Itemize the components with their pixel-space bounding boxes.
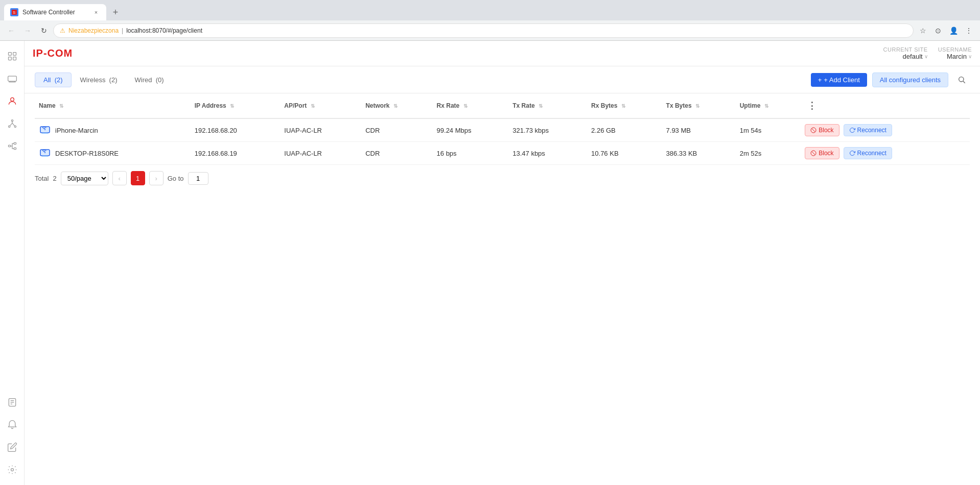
- cell-name: DESKTOP-R18S0RE: [35, 142, 191, 165]
- sort-icon-ip: ⇅: [230, 103, 234, 109]
- cell-rxbytes: 2.26 GB: [587, 118, 662, 142]
- svg-line-24: [812, 128, 815, 132]
- active-tab[interactable]: S Software Controller ×: [4, 4, 106, 20]
- prev-page-button[interactable]: ‹: [112, 171, 127, 185]
- username-dropdown-arrow: ∨: [968, 54, 972, 59]
- goto-input[interactable]: [188, 172, 208, 185]
- cell-ip: 192.168.68.19: [191, 142, 281, 165]
- col-rxrate[interactable]: Rx Rate ⇅: [433, 93, 509, 118]
- add-client-button[interactable]: + + Add Client: [811, 73, 867, 87]
- svg-point-7: [10, 98, 14, 101]
- cell-actions: Block Reconnect: [801, 118, 970, 142]
- col-txrate[interactable]: Tx Rate ⇅: [508, 93, 587, 118]
- svg-rect-4: [8, 57, 11, 60]
- svg-line-28: [812, 151, 815, 155]
- browser-chrome: S Software Controller × + ← → ↻ ⚠ Niezab…: [0, 0, 980, 41]
- bookmark-button[interactable]: ☆: [916, 23, 930, 38]
- block-button-0[interactable]: Block: [805, 124, 839, 136]
- profile-button[interactable]: 👤: [946, 23, 961, 38]
- sidebar-item-topology[interactable]: [2, 136, 22, 156]
- tab-title: Software Controller: [22, 9, 88, 16]
- cell-txbytes: 386.33 KB: [662, 142, 736, 165]
- logo-area: IP-COM: [25, 47, 96, 59]
- address-separator: |: [122, 27, 123, 34]
- tab-close-button[interactable]: ×: [92, 8, 100, 16]
- cell-rxrate: 99.24 Mbps: [433, 118, 509, 142]
- tab-wired[interactable]: Wired (0): [126, 72, 173, 87]
- cell-uptime: 1m 54s: [736, 118, 801, 142]
- sort-icon-txbytes: ⇅: [695, 103, 699, 109]
- sort-icon-uptime: ⇅: [764, 103, 768, 109]
- sidebar: [0, 41, 25, 485]
- new-tab-button[interactable]: +: [108, 5, 123, 19]
- col-uptime[interactable]: Uptime ⇅: [736, 93, 801, 118]
- address-bar[interactable]: ⚠ Niezabezpieczona | localhost:8070/#/pa…: [53, 23, 914, 38]
- all-configured-label: All configured clients: [880, 76, 941, 84]
- cell-rxbytes: 10.76 KB: [587, 142, 662, 165]
- sidebar-item-devices[interactable]: [2, 68, 22, 89]
- cell-network: CDR: [361, 142, 432, 165]
- svg-rect-12: [14, 142, 16, 144]
- sidebar-item-settings[interactable]: [2, 459, 22, 480]
- search-button[interactable]: [953, 71, 970, 88]
- cell-uptime: 2m 52s: [736, 142, 801, 165]
- toolbar-right: ☆ ⊙ 👤 ⋮: [916, 23, 976, 38]
- sidebar-item-clients[interactable]: [2, 91, 22, 111]
- sidebar-item-logs[interactable]: [2, 392, 22, 413]
- col-rxbytes[interactable]: Rx Bytes ⇅: [587, 93, 662, 118]
- menu-button[interactable]: ⋮: [962, 23, 976, 38]
- forward-button[interactable]: →: [20, 23, 35, 38]
- svg-rect-6: [8, 76, 16, 81]
- tab-favicon: S: [10, 8, 18, 16]
- sidebar-item-alerts[interactable]: [2, 415, 22, 435]
- reconnect-button-0[interactable]: Reconnect: [844, 124, 892, 136]
- filter-right: + + Add Client All configured clients: [811, 71, 970, 88]
- svg-point-9: [8, 126, 10, 127]
- add-client-icon: +: [818, 76, 822, 84]
- col-ip[interactable]: IP Address ⇅: [191, 93, 281, 118]
- svg-point-18: [11, 469, 13, 471]
- tab-wireless[interactable]: Wireless (2): [72, 72, 126, 87]
- site-dropdown-arrow: ∨: [924, 54, 928, 59]
- sidebar-item-dashboard[interactable]: [2, 46, 22, 66]
- col-apport[interactable]: AP/Port ⇅: [280, 93, 361, 118]
- sidebar-item-networks[interactable]: [2, 113, 22, 134]
- table-row: DESKTOP-R18S0RE 192.168.68.19 IUAP-AC-LR…: [35, 142, 970, 165]
- col-name[interactable]: Name ⇅: [35, 93, 191, 118]
- all-configured-button[interactable]: All configured clients: [872, 72, 948, 87]
- camera-button[interactable]: ⊙: [931, 23, 945, 38]
- username-label: USERNAME: [938, 46, 972, 53]
- app-container: IP-COM CURRENT SITE default ∨ USERNAME M…: [0, 41, 980, 485]
- svg-point-8: [11, 120, 13, 122]
- svg-point-19: [959, 77, 964, 82]
- per-page-select[interactable]: 50/page 100/page 200/page: [61, 172, 108, 185]
- cell-apport: IUAP-AC-LR: [280, 142, 361, 165]
- browser-toolbar: ← → ↻ ⚠ Niezabezpieczona | localhost:807…: [0, 20, 980, 41]
- back-button[interactable]: ←: [4, 23, 18, 38]
- svg-rect-5: [13, 57, 16, 60]
- svg-line-20: [963, 81, 965, 83]
- sidebar-item-edit[interactable]: [2, 437, 22, 457]
- table-row: iPhone-Marcin 192.168.68.20 IUAP-AC-LR C…: [35, 118, 970, 142]
- table-container: Name ⇅ IP Address ⇅ AP/Port ⇅ Network ⇅ …: [25, 93, 980, 165]
- reload-button[interactable]: ↻: [37, 23, 51, 38]
- client-name: DESKTOP-R18S0RE: [55, 150, 119, 157]
- current-site-value[interactable]: default ∨: [903, 53, 928, 60]
- pagination-bar: Total 2 50/page 100/page 200/page ‹ 1 › …: [25, 165, 980, 191]
- username-value[interactable]: Marcin ∨: [947, 53, 972, 60]
- block-button-1[interactable]: Block: [805, 147, 839, 159]
- col-txbytes[interactable]: Tx Bytes ⇅: [662, 93, 736, 118]
- page-1-button[interactable]: 1: [131, 171, 145, 185]
- table-header-row: Name ⇅ IP Address ⇅ AP/Port ⇅ Network ⇅ …: [35, 93, 970, 118]
- reconnect-button-1[interactable]: Reconnect: [844, 147, 892, 159]
- col-network[interactable]: Network ⇅: [361, 93, 432, 118]
- next-page-button[interactable]: ›: [149, 171, 164, 185]
- column-more-icon[interactable]: ⋮: [805, 99, 819, 113]
- url-text: localhost:8070/#/page/client: [126, 27, 202, 34]
- cell-rxrate: 16 bps: [433, 142, 509, 165]
- header-info: CURRENT SITE default ∨ USERNAME Marcin ∨: [883, 46, 972, 60]
- cell-txrate: 13.47 kbps: [508, 142, 587, 165]
- cell-network: CDR: [361, 118, 432, 142]
- tab-all[interactable]: All (2): [35, 72, 72, 87]
- client-name: iPhone-Marcin: [55, 127, 98, 134]
